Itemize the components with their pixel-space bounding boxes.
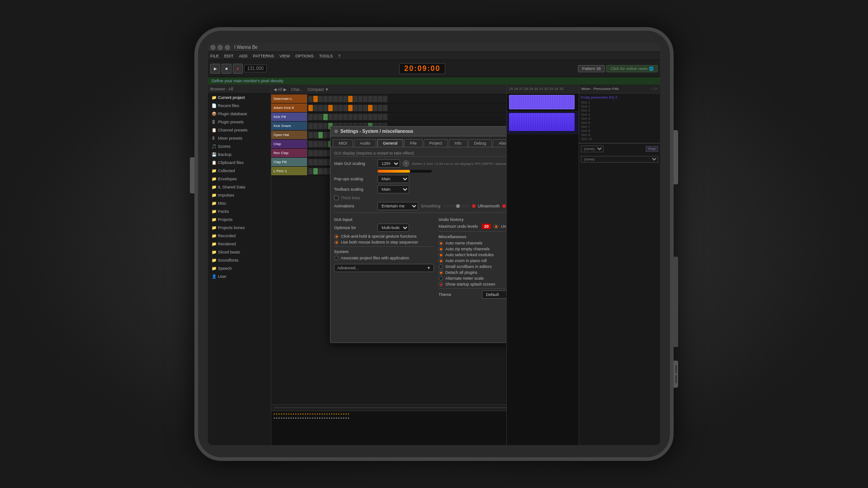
seq-step[interactable] xyxy=(318,114,323,120)
seq-step[interactable] xyxy=(378,114,382,120)
record-button[interactable]: ● xyxy=(233,64,243,74)
undo-knob-radio[interactable] xyxy=(494,224,498,229)
arrangement-clip[interactable] xyxy=(509,95,575,109)
seq-step[interactable] xyxy=(353,114,358,120)
seq-step[interactable] xyxy=(323,132,328,138)
thick-lines-checkbox[interactable] xyxy=(334,196,339,200)
seq-step[interactable] xyxy=(333,114,338,120)
seq-step[interactable] xyxy=(348,114,353,120)
seq-step[interactable] xyxy=(358,105,363,111)
seq-step[interactable] xyxy=(323,159,328,165)
tab-audio[interactable]: Audio xyxy=(354,139,376,147)
click-hold-radio[interactable] xyxy=(334,234,339,239)
theme-select[interactable]: Default Dark Light xyxy=(482,291,506,299)
arrangement-clip-2[interactable] xyxy=(509,113,575,131)
seq-step[interactable] xyxy=(323,123,328,129)
seq-step[interactable] xyxy=(328,114,333,120)
seq-step[interactable] xyxy=(323,96,328,102)
online-news-btn[interactable]: Click for online news 🌐 xyxy=(606,65,658,72)
window-close-btn[interactable] xyxy=(210,45,216,50)
sidebar-item-mixer-presets[interactable]: 🎚 Mixer presets xyxy=(208,134,271,142)
gui-scaling-help-btn[interactable]: ? xyxy=(403,160,409,167)
seq-step[interactable] xyxy=(323,150,328,156)
seq-step[interactable] xyxy=(383,96,387,102)
sidebar-item-projects[interactable]: 📁 Projects xyxy=(208,216,271,224)
play-button[interactable]: ▶ xyxy=(210,64,220,74)
gui-scaling-slider[interactable] xyxy=(377,170,432,173)
menu-help[interactable]: ? xyxy=(338,54,340,58)
seq-step[interactable] xyxy=(308,168,313,174)
seq-step[interactable] xyxy=(328,96,333,102)
sidebar-item-rendered[interactable]: 📁 Rendered xyxy=(208,240,271,248)
seq-step[interactable] xyxy=(318,141,323,147)
menu-add[interactable]: ADD xyxy=(239,54,248,58)
menu-view[interactable]: VIEW xyxy=(279,54,290,58)
toolbars-scaling-select[interactable]: Main xyxy=(377,185,409,193)
seq-step[interactable] xyxy=(368,96,373,102)
seq-step[interactable] xyxy=(318,123,323,129)
window-min-btn[interactable] xyxy=(217,45,223,50)
popups-scaling-select[interactable]: Main xyxy=(377,175,409,183)
sidebar-item-backup[interactable]: 💾 Backup xyxy=(208,150,271,159)
seq-step[interactable] xyxy=(348,105,353,111)
seq-step[interactable] xyxy=(363,96,368,102)
associate-project-radio[interactable] xyxy=(334,256,339,260)
seq-step[interactable] xyxy=(313,105,318,111)
seq-step[interactable] xyxy=(383,105,387,111)
seq-step[interactable] xyxy=(378,96,382,102)
seq-step[interactable] xyxy=(318,96,323,102)
seq-step[interactable] xyxy=(348,96,353,102)
menu-patterns[interactable]: PATTERNS xyxy=(253,54,274,58)
seq-step[interactable] xyxy=(318,150,323,156)
seq-step[interactable] xyxy=(308,96,313,102)
seq-step[interactable] xyxy=(318,132,323,138)
smoothing-slider[interactable] xyxy=(443,205,470,207)
advanced-dropdown[interactable]: Advanced... ▼ xyxy=(334,264,434,272)
sidebar-item-sliced-beats[interactable]: 📁 Sliced beats xyxy=(208,248,271,256)
seq-step[interactable] xyxy=(313,168,318,174)
seq-step[interactable] xyxy=(323,141,328,147)
seq-step[interactable] xyxy=(373,105,377,111)
seq-step[interactable] xyxy=(333,105,338,111)
sidebar-item-plugin-presets[interactable]: 🎛 Plugin presets xyxy=(208,118,271,126)
seq-step[interactable] xyxy=(308,105,313,111)
seq-step[interactable] xyxy=(313,96,318,102)
seq-step[interactable] xyxy=(338,96,343,102)
seq-step[interactable] xyxy=(343,105,348,111)
seq-step[interactable] xyxy=(328,105,333,111)
tab-project[interactable]: Project xyxy=(424,139,448,147)
sidebar-item-recorded[interactable]: 📁 Recorded xyxy=(208,232,271,240)
both-mouse-radio[interactable] xyxy=(334,240,339,244)
seq-step[interactable] xyxy=(318,105,323,111)
seq-step[interactable] xyxy=(343,96,348,102)
seq-step[interactable] xyxy=(333,96,338,102)
seq-step[interactable] xyxy=(353,105,358,111)
volume-button[interactable] xyxy=(190,157,194,193)
sidebar-item-plugin-database[interactable]: 📦 Plugin database xyxy=(208,110,271,118)
tab-about[interactable]: About xyxy=(493,139,506,147)
seq-step[interactable] xyxy=(313,123,318,129)
seq-step[interactable] xyxy=(358,96,363,102)
seq-step[interactable] xyxy=(308,114,313,120)
splash-radio[interactable] xyxy=(439,282,443,286)
post-button[interactable]: Post xyxy=(646,146,658,152)
seq-step[interactable] xyxy=(318,159,323,165)
stop-button[interactable]: ■ xyxy=(222,64,231,74)
seq-step[interactable] xyxy=(373,114,377,120)
sidebar-item-projects-bones[interactable]: 📁 Projects bones xyxy=(208,224,271,232)
window-max-btn[interactable] xyxy=(225,45,230,50)
sidebar-item-collected[interactable]: 📁 Collected xyxy=(208,167,271,175)
seq-step[interactable] xyxy=(363,105,368,111)
menu-tools[interactable]: TOOLS xyxy=(319,54,333,58)
auto-zip-radio[interactable] xyxy=(439,247,443,251)
seq-step[interactable] xyxy=(323,105,328,111)
power-button[interactable] xyxy=(674,130,678,184)
seq-step[interactable] xyxy=(308,123,313,129)
optimize-select[interactable]: Multi-button mouse xyxy=(377,224,409,232)
seq-step[interactable] xyxy=(343,114,348,120)
sidebar-item-channel-presets[interactable]: 📋 Channel presets xyxy=(208,126,271,134)
seq-step[interactable] xyxy=(338,114,343,120)
seq-step[interactable] xyxy=(353,96,358,102)
sidebar-item-user[interactable]: 👤 User xyxy=(208,272,271,281)
auto-select-radio[interactable] xyxy=(439,253,443,257)
